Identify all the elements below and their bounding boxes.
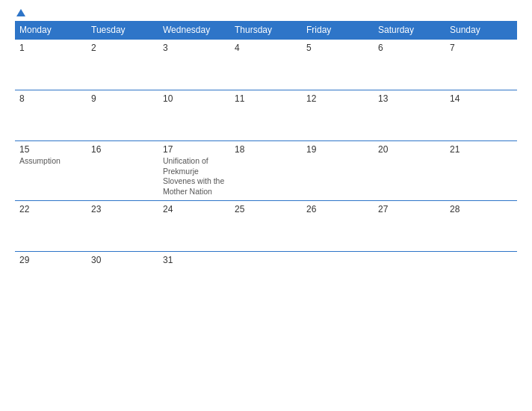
day-number: 13 <box>378 93 441 104</box>
calendar-cell: 23 <box>87 200 158 251</box>
calendar-cell: 21 <box>445 141 517 201</box>
day-number: 16 <box>91 144 154 155</box>
calendar-cell: 29 <box>15 251 87 302</box>
day-number: 1 <box>19 43 82 53</box>
day-number: 2 <box>91 43 154 53</box>
calendar-cell: 16 <box>87 141 158 201</box>
calendar-cell: 22 <box>15 200 87 251</box>
calendar-cell: 28 <box>445 200 517 251</box>
calendar-cell: 20 <box>374 141 445 201</box>
day-number: 12 <box>306 93 369 104</box>
calendar-cell: 2 <box>87 40 158 90</box>
calendar-cell: 10 <box>158 90 230 141</box>
dow-header-monday: Monday <box>15 21 87 40</box>
day-number: 11 <box>235 93 297 104</box>
day-number: 22 <box>19 204 82 214</box>
calendar-cell: 26 <box>302 200 374 251</box>
day-number: 28 <box>450 204 513 214</box>
day-number: 30 <box>91 255 154 265</box>
calendar-cell: 31 <box>158 251 230 302</box>
calendar-cell: 11 <box>230 90 302 141</box>
day-number: 4 <box>235 43 297 53</box>
dow-header-wednesday: Wednesday <box>158 21 230 40</box>
day-number: 24 <box>163 204 226 214</box>
calendar-cell: 12 <box>302 90 374 141</box>
dow-header-friday: Friday <box>302 21 374 40</box>
calendar-cell: 19 <box>302 141 374 201</box>
day-number: 3 <box>163 43 226 53</box>
calendar-cell: 6 <box>374 40 445 90</box>
calendar-cell: 25 <box>230 200 302 251</box>
day-event: Assumption <box>19 156 82 167</box>
day-number: 23 <box>91 204 154 214</box>
calendar-cell: 15Assumption <box>15 141 87 201</box>
calendar-cell <box>230 251 302 302</box>
dow-header-saturday: Saturday <box>374 21 445 40</box>
day-number: 15 <box>19 144 82 155</box>
dow-header-sunday: Sunday <box>445 21 517 40</box>
day-number: 18 <box>235 144 297 155</box>
calendar-cell: 27 <box>374 200 445 251</box>
calendar-cell: 3 <box>158 40 230 90</box>
calendar-cell: 7 <box>445 40 517 90</box>
calendar-cell: 1 <box>15 40 87 90</box>
calendar-cell: 24 <box>158 200 230 251</box>
calendar-cell: 30 <box>87 251 158 302</box>
day-number: 21 <box>450 144 513 155</box>
day-number: 20 <box>378 144 441 155</box>
calendar-cell: 17Unification of Prekmurje Slovenes with… <box>158 141 230 201</box>
day-number: 10 <box>163 93 226 104</box>
day-number: 25 <box>235 204 297 214</box>
day-number: 5 <box>306 43 369 53</box>
calendar-table: MondayTuesdayWednesdayThursdayFridaySatu… <box>15 21 517 302</box>
calendar-cell <box>302 251 374 302</box>
dow-header-thursday: Thursday <box>230 21 302 40</box>
calendar-cell: 8 <box>15 90 87 141</box>
calendar-cell <box>445 251 517 302</box>
day-number: 31 <box>163 255 226 265</box>
logo-triangle-icon <box>16 9 25 16</box>
day-number: 9 <box>91 93 154 104</box>
calendar-cell <box>374 251 445 302</box>
day-number: 17 <box>163 144 226 155</box>
day-number: 29 <box>19 255 82 265</box>
day-number: 7 <box>450 43 513 53</box>
day-number: 8 <box>19 93 82 104</box>
calendar-cell: 9 <box>87 90 158 141</box>
day-number: 6 <box>378 43 441 53</box>
dow-header-tuesday: Tuesday <box>87 21 158 40</box>
day-event: Unification of Prekmurje Slovenes with t… <box>163 156 226 197</box>
calendar-cell: 4 <box>230 40 302 90</box>
day-number: 26 <box>306 204 369 214</box>
calendar-header-row: MondayTuesdayWednesdayThursdayFridaySatu… <box>15 21 517 40</box>
logo <box>15 10 25 17</box>
day-number: 14 <box>450 93 513 104</box>
calendar-cell: 18 <box>230 141 302 201</box>
day-number: 19 <box>306 144 369 155</box>
calendar-page: MondayTuesdayWednesdayThursdayFridaySatu… <box>0 0 532 411</box>
day-number: 27 <box>378 204 441 214</box>
calendar-cell: 13 <box>374 90 445 141</box>
calendar-cell: 5 <box>302 40 374 90</box>
calendar-cell: 14 <box>445 90 517 141</box>
